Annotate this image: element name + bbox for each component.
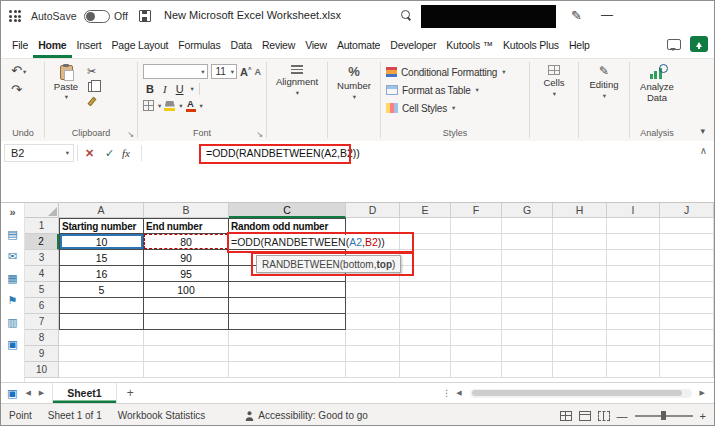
cell-J1[interactable] <box>660 218 714 234</box>
cell-I2[interactable] <box>607 234 660 250</box>
workbook-statistics-button[interactable]: Workbook Statistics <box>118 410 206 421</box>
column-header-f[interactable]: F <box>451 203 502 218</box>
normal-view-icon[interactable] <box>560 411 572 421</box>
cell-B6[interactable] <box>144 298 229 314</box>
shrink-font-button[interactable]: A <box>255 67 262 77</box>
clipboard-dialog-launcher-icon[interactable]: ↘ <box>127 131 134 139</box>
cells-menu-button[interactable]: Cells ▾ <box>531 59 577 141</box>
cell-G5[interactable] <box>502 282 553 298</box>
cell-D1[interactable] <box>346 218 400 234</box>
cell-H4[interactable] <box>553 266 607 282</box>
column-header-a[interactable]: A <box>59 203 144 218</box>
cell-B9[interactable] <box>144 346 229 362</box>
cell-H3[interactable] <box>553 250 607 266</box>
font-dialog-launcher-icon[interactable]: ↘ <box>256 131 263 139</box>
cell-A4[interactable]: 16 <box>59 266 144 282</box>
format-as-table-button[interactable]: Format as Table ▾ <box>386 81 524 99</box>
column-header-e[interactable]: E <box>400 203 451 218</box>
zoom-out-icon[interactable]: — <box>617 410 628 422</box>
cell-B5[interactable]: 100 <box>144 282 229 298</box>
accessibility-status[interactable]: Accessibility: Good to go <box>245 410 368 421</box>
cell-E3[interactable] <box>400 250 451 266</box>
cell-J2[interactable] <box>660 234 714 250</box>
tab-splitter-icon[interactable]: ⋮ <box>442 388 451 398</box>
formula-bar-input[interactable]: =ODD(RANDBETWEEN(A2,B2)) <box>206 147 360 159</box>
comments-icon[interactable] <box>667 39 681 50</box>
tab-kutools[interactable]: Kutools ™ <box>441 31 498 58</box>
cell-C9[interactable] <box>229 346 346 362</box>
scrollbar-thumb[interactable] <box>472 390 682 396</box>
tab-view[interactable]: View <box>300 31 332 58</box>
select-all-button[interactable] <box>25 203 59 218</box>
cell-J7[interactable] <box>660 314 714 330</box>
cell-H2[interactable] <box>553 234 607 250</box>
cell-G8[interactable] <box>502 330 553 346</box>
cell-F2[interactable] <box>451 234 502 250</box>
tab-data[interactable]: Data <box>226 31 257 58</box>
cell-A10[interactable] <box>59 362 144 378</box>
collapse-ribbon-icon[interactable]: ▾ <box>700 126 705 136</box>
font-size-select[interactable]: 11▾ <box>211 64 238 79</box>
tab-kutools-plus[interactable]: Kutools Plus <box>498 31 564 58</box>
scrollbar-track[interactable] <box>470 389 692 398</box>
cell-A1[interactable]: Starting number <box>59 218 144 234</box>
save-icon[interactable] <box>139 10 151 22</box>
cell-editor[interactable]: =ODD(RANDBETWEEN(A2,B2)) <box>230 235 385 249</box>
paste-dropdown-icon[interactable]: ▾ <box>65 93 68 101</box>
borders-icon[interactable] <box>143 100 154 111</box>
autosave-toggle[interactable] <box>84 10 110 23</box>
cell-F6[interactable] <box>451 298 502 314</box>
number-menu-button[interactable]: % Number ▾ <box>329 59 379 141</box>
italic-button[interactable]: I <box>160 83 170 95</box>
cell-H8[interactable] <box>553 330 607 346</box>
cell-A9[interactable] <box>59 346 144 362</box>
cell-F8[interactable] <box>451 330 502 346</box>
undo-dropdown-icon[interactable]: ▾ <box>23 68 26 75</box>
format-painter-button[interactable] <box>87 95 100 108</box>
cell-H1[interactable] <box>553 218 607 234</box>
sheet-tab-sheet1[interactable]: Sheet1 <box>52 383 116 403</box>
page-layout-view-icon[interactable] <box>579 411 591 421</box>
scroll-right-icon[interactable]: ▶ <box>696 389 709 397</box>
analyze-data-button[interactable]: AnalyzeData <box>635 63 679 103</box>
name-box[interactable]: B2 ▾ <box>4 144 74 162</box>
cell-H5[interactable] <box>553 282 607 298</box>
paste-button[interactable]: Paste ▾ <box>50 63 82 127</box>
cell-A3[interactable]: 15 <box>59 250 144 266</box>
cell-I4[interactable] <box>607 266 660 282</box>
cell-E10[interactable] <box>400 362 451 378</box>
font-color-button[interactable]: A <box>186 100 196 112</box>
cell-B10[interactable] <box>144 362 229 378</box>
cell-H6[interactable] <box>553 298 607 314</box>
cell-J9[interactable] <box>660 346 714 362</box>
cell-I7[interactable] <box>607 314 660 330</box>
tab-review[interactable]: Review <box>257 31 300 58</box>
cell-B1[interactable]: End number <box>144 218 229 234</box>
new-sheet-button[interactable]: + <box>117 386 144 400</box>
pane-bottom-icon[interactable]: ▣ <box>7 387 17 400</box>
cell-I5[interactable] <box>607 282 660 298</box>
row-header-6[interactable]: 6 <box>25 298 59 314</box>
cell-H9[interactable] <box>553 346 607 362</box>
tab-home[interactable]: Home <box>33 31 71 58</box>
zoom-slider[interactable] <box>635 415 693 417</box>
cell-F7[interactable] <box>451 314 502 330</box>
font-name-dropdown-icon[interactable]: ▾ <box>201 68 204 76</box>
cell-G9[interactable] <box>502 346 553 362</box>
pane-columns-icon[interactable]: ▥ <box>7 316 17 328</box>
tab-formulas[interactable]: Formulas <box>173 31 225 58</box>
fill-color-button[interactable] <box>164 101 175 111</box>
row-header-10[interactable]: 10 <box>25 362 59 378</box>
row-header-2[interactable]: 2 <box>25 234 59 250</box>
column-header-j[interactable]: J <box>660 203 714 218</box>
cell-G7[interactable] <box>502 314 553 330</box>
underline-dropdown-icon[interactable]: ▾ <box>191 85 194 93</box>
tab-insert[interactable]: Insert <box>72 31 107 58</box>
cell-D9[interactable] <box>346 346 400 362</box>
tab-file[interactable]: File <box>7 31 33 58</box>
cell-A5[interactable]: 5 <box>59 282 144 298</box>
column-header-i[interactable]: I <box>607 203 660 218</box>
cut-button[interactable]: ✂ <box>87 65 100 78</box>
editing-menu-button[interactable]: ✎ Editing ▾ <box>580 59 628 141</box>
cell-A6[interactable] <box>59 298 144 314</box>
